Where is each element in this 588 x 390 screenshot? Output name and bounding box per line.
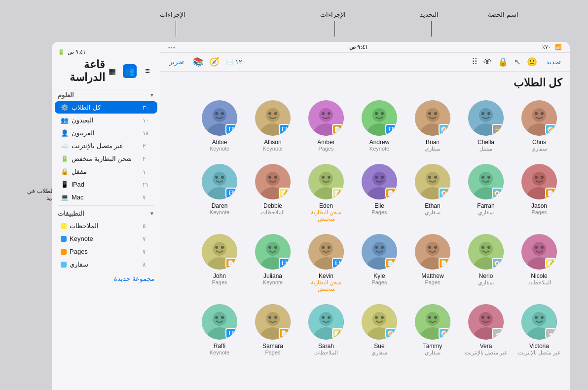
eye-icon[interactable]: 👁: [483, 57, 492, 67]
svg-point-59: [328, 176, 331, 179]
student-card-12[interactable]: 📝 Debbie الملاحظات: [248, 160, 297, 226]
student-card-3[interactable]: 🎞 Andrew Keynote: [355, 96, 404, 156]
student-card-23[interactable]: 🧭 Tammy سفاري: [408, 300, 457, 360]
student-card-18[interactable]: 🎞 Kevin شحن البطارية منخفض: [301, 230, 351, 296]
select-button[interactable]: تحديد: [543, 57, 564, 67]
navigate-icon[interactable]: 🧭: [209, 57, 220, 67]
section-header-1[interactable]: ▼التطبيقات: [52, 208, 160, 219]
student-card-26[interactable]: 📄 Samara Pages: [248, 300, 297, 360]
apps-icon[interactable]: ⠿: [472, 57, 478, 67]
sidebar-item-0-1[interactable]: ١٠ البعيدون 👥: [55, 114, 157, 126]
item-label-0-4: شحن البطارية منخفض: [72, 155, 132, 162]
section-header-0[interactable]: ▼العلوم: [52, 89, 160, 101]
student-card-7[interactable]: 📄 Jason Pages: [514, 160, 564, 226]
item-count-0-2: ١٨: [143, 130, 152, 137]
chevron-icon-0: ▼: [149, 92, 154, 98]
student-avatar-0: 🧭: [521, 100, 557, 136]
message-count: ١٢: [235, 58, 242, 66]
item-count-0-6: ٢١: [143, 181, 152, 188]
student-card-19[interactable]: 🎞 Juliana Keynote: [248, 230, 297, 296]
student-card-4[interactable]: 📄 Amber Pages: [301, 96, 351, 156]
student-avatar-10: 📄: [362, 164, 397, 199]
student-card-5[interactable]: 🎞 Allison Keynote: [248, 96, 297, 156]
sidebar-item-icon-7: 💻: [61, 194, 69, 201]
sidebar-item-0-4[interactable]: ٢ شحن البطارية منخفض 🔋: [55, 153, 157, 165]
sidebar-item-1-2[interactable]: ٧ Pages: [55, 245, 157, 258]
student-card-8[interactable]: 🧭 Farrah سفاري: [461, 160, 511, 226]
student-card-15[interactable]: 🧭 Nerio سفاري: [461, 230, 511, 296]
item-count-0-1: ١٠: [143, 117, 152, 124]
app-badge-9: 🧭: [439, 188, 449, 198]
ipad-time: ٩:٤١ ص: [349, 44, 368, 50]
svg-point-138: [215, 316, 218, 319]
svg-point-31: [213, 108, 226, 122]
student-avatar-13: 🎞: [202, 164, 237, 199]
student-name-14: Nicole: [531, 273, 547, 279]
item-label-0-7: Mac: [72, 194, 84, 201]
edit-button[interactable]: تحرير: [166, 57, 187, 67]
sidebar-item-0-7[interactable]: ٧ Mac 💻: [55, 191, 157, 203]
sidebar-item-0-0[interactable]: ٣٠ كل الطلاب ⚙️: [55, 101, 157, 114]
student-card-17[interactable]: 📄 Kyle Pages: [355, 230, 404, 296]
student-status-21: غير متصل بالإنترنت: [518, 350, 560, 356]
sidebar-title-row: ≡ 👥 ▦ قاعة الدراسة: [58, 58, 154, 84]
sidebar-item-icon-6: 📱: [61, 181, 69, 188]
item-count-0-3: ٢: [143, 143, 152, 150]
item-label-0-1: البعيدون: [72, 117, 94, 124]
svg-point-13: [428, 112, 431, 115]
svg-point-131: [266, 312, 280, 326]
student-name-19: Juliana: [263, 273, 282, 279]
student-card-1[interactable]: 🔒 Chella مقفل: [461, 96, 511, 156]
item-label-1-2: Pages: [70, 248, 88, 255]
student-card-21[interactable]: ☁ Victoria غير متصل بالإنترنت: [514, 300, 564, 360]
section-label-0: العلوم: [58, 91, 74, 99]
people-icon-btn[interactable]: 👥: [123, 64, 137, 78]
student-card-27[interactable]: 🎞 Raffi Keynote: [195, 300, 244, 360]
student-card-14[interactable]: 📝 Nicole الملاحظات: [514, 230, 564, 296]
svg-point-68: [215, 176, 218, 179]
cursor-icon[interactable]: ↖: [514, 57, 521, 67]
svg-point-111: [479, 312, 493, 326]
student-card-10[interactable]: 📄 Elie Pages: [355, 160, 404, 226]
lock-icon[interactable]: 🔒: [498, 57, 508, 67]
app-badge-14: 📝: [545, 258, 556, 269]
message-badge-btn[interactable]: ١٢ ✉️: [225, 58, 242, 66]
main-container: 📶 ٧٠٪ ٩:٤١ ص ••• تحديد 🙂 ↖ 🔒 👁 ⠿: [52, 42, 570, 390]
student-card-13[interactable]: 🎞 Daren Keynote: [195, 160, 244, 226]
new-group-link[interactable]: مجموعة جديدة: [52, 271, 160, 286]
sidebar-item-0-2[interactable]: ١٨ القريبون 👤: [55, 127, 157, 139]
student-avatar-16: 📄: [415, 234, 450, 270]
sidebar-item-1-1[interactable]: ٧ Keynote: [55, 233, 157, 245]
item-left-0-4: شحن البطارية منخفض 🔋: [61, 155, 132, 162]
emoji-icon[interactable]: 🙂: [527, 57, 537, 67]
toolbar-right: ١٢ ✉️ 🧭 📚 تحرير: [166, 57, 242, 67]
sidebar-item-0-5[interactable]: ١ مقفل 🔒: [55, 165, 157, 178]
app-dot-0: [61, 223, 67, 229]
layers-icon[interactable]: 📚: [193, 57, 203, 67]
sidebar-scroll[interactable]: ▼العلوم ٣٠ كل الطلاب ⚙️ ١٠ البعيدون 👥 ١٨…: [52, 89, 160, 390]
sidebar-item-0-6[interactable]: ٢١ iPad 📱: [55, 178, 157, 191]
student-card-9[interactable]: 🧭 Ethan سفاري: [408, 160, 457, 226]
student-card-11[interactable]: 📝 Eden شحن البطارية منخفض: [301, 160, 351, 226]
list-icon-btn[interactable]: ≡: [141, 64, 154, 78]
student-status-7: Pages: [531, 209, 547, 215]
student-status-19: Keynote: [263, 279, 283, 285]
svg-point-91: [319, 242, 333, 256]
student-card-0[interactable]: 🧭 Chris سفاري: [514, 96, 564, 156]
battery-indicator: ٧٠٪: [542, 44, 551, 50]
student-status-24: سفاري: [371, 350, 387, 356]
sidebar-item-1-3[interactable]: ٨ سفاري: [55, 258, 157, 271]
student-card-20[interactable]: 📄 John Pages: [195, 230, 244, 296]
sidebar-item-1-0[interactable]: ٥ الملاحظات: [55, 220, 157, 232]
svg-point-33: [215, 112, 218, 115]
student-card-22[interactable]: ☁ Vera غير متصل بالإنترنت: [461, 300, 511, 360]
sidebar-item-0-3[interactable]: ٢ غير متصل بالإنترنت ☁️: [55, 140, 157, 152]
svg-point-53: [375, 176, 378, 179]
student-card-2[interactable]: 🧭 Brian سفاري: [408, 96, 457, 156]
student-card-24[interactable]: 🧭 Sue سفاري: [355, 300, 404, 360]
student-card-25[interactable]: 📝 Sarah الملاحظات: [301, 300, 351, 360]
student-card-6[interactable]: 🎞 Abbie Keynote: [195, 96, 244, 156]
grid-icon-btn[interactable]: ▦: [105, 64, 119, 78]
student-card-16[interactable]: 📄 Matthew Pages: [408, 230, 457, 296]
item-left-0-3: غير متصل بالإنترنت ☁️: [61, 142, 123, 150]
